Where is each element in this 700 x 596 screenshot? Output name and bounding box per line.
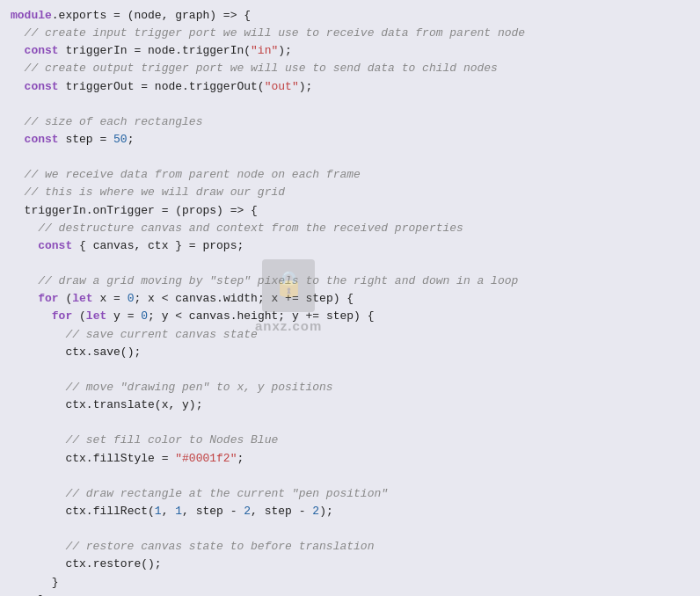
code-editor: module.exports = (node, graph) => { // c… bbox=[0, 0, 700, 596]
code-content: module.exports = (node, graph) => { // c… bbox=[11, 7, 689, 596]
